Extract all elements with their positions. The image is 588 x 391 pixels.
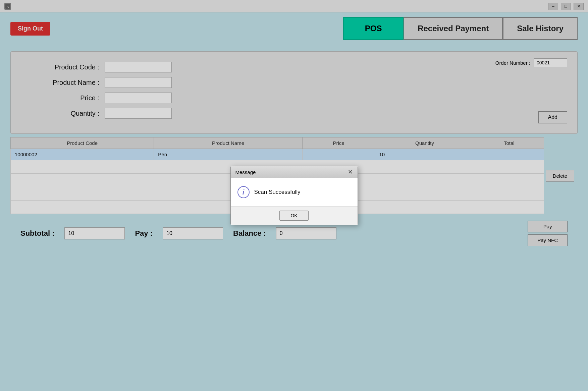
modal-title: Message (235, 169, 256, 175)
main-window: A – □ ✕ Sign Out POS Received Payment Sa… (0, 0, 588, 391)
modal-dialog: Message ✕ i Scan Successfully OK (230, 166, 358, 225)
modal-title-bar: Message ✕ (231, 166, 358, 178)
modal-close-button[interactable]: ✕ (348, 169, 353, 175)
modal-ok-button[interactable]: OK (279, 211, 308, 221)
modal-body: i Scan Successfully (231, 178, 358, 206)
modal-info-icon: i (237, 186, 250, 198)
modal-message: Scan Successfully (254, 189, 301, 196)
modal-footer: OK (231, 206, 358, 225)
modal-overlay: Message ✕ i Scan Successfully OK (0, 0, 588, 391)
